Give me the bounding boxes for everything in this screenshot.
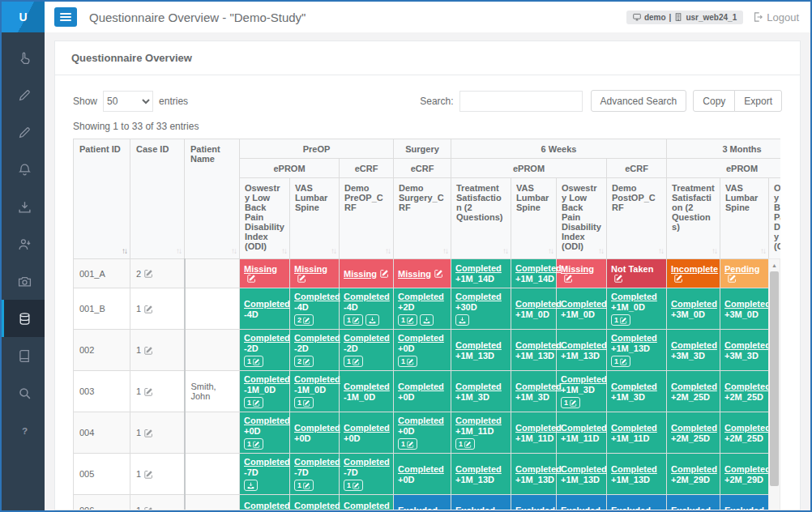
status-link[interactable]: Completed [724,299,771,309]
status-link[interactable]: Completed [455,464,502,474]
edit-badge[interactable]: 1 [244,438,263,450]
status-link[interactable]: Completed [244,501,290,510]
edit-icon[interactable] [144,269,153,278]
status-link[interactable]: Completed [294,292,340,301]
sidebar-item-user-export[interactable] [2,225,45,262]
edit-badge[interactable]: 2 [294,356,314,367]
edit-icon[interactable] [144,346,153,355]
status-link[interactable]: Completed [561,340,607,350]
export-button[interactable]: Export [734,90,782,112]
edit-badge[interactable]: 1 [244,397,263,408]
status-link[interactable]: Completed [515,423,562,433]
status-link[interactable]: Completed [561,299,607,309]
edit-icon[interactable] [144,470,153,479]
questionnaire-column-header[interactable]: Oswestry Low Back Pain Disability Index … [769,178,780,259]
questionnaire-column-header[interactable]: Demo PreOP_CRF↑↓ [340,178,394,259]
status-link[interactable]: Completed [398,382,444,391]
status-link[interactable]: Completed [671,340,717,350]
status-link[interactable]: Completed [344,423,390,433]
status-link[interactable]: Completed [561,423,607,433]
status-link[interactable]: Completed [294,501,340,510]
questionnaire-column-header[interactable]: Oswestry Low Back Pain Disability Index … [240,178,290,259]
edit-badge[interactable]: 1 [244,356,263,367]
edit-badge[interactable]: 1 [611,356,630,367]
status-link[interactable]: Completed [455,292,502,301]
status-link[interactable]: Completed [398,464,444,474]
status-link[interactable]: Completed [724,464,771,474]
questionnaire-column-header[interactable]: VAS Lumbar Spine↑↓ [511,178,557,259]
status-link[interactable]: Missing [244,264,277,274]
status-link[interactable]: Completed [611,333,657,343]
status-link[interactable]: Missing [344,269,377,279]
status-link[interactable]: Missing [561,264,594,274]
sidebar-item-database[interactable] [2,300,45,337]
import-badge[interactable] [244,480,258,491]
sidebar-item-search[interactable] [2,374,45,412]
status-link[interactable]: Completed [398,416,444,425]
column-header-case-id[interactable]: Case ID↑↓ [130,139,185,259]
edit-icon[interactable] [434,269,443,278]
edit-badge[interactable]: 1 [294,397,314,408]
status-link[interactable]: Completed [724,423,771,433]
sidebar-item-help[interactable]: ? [2,412,45,449]
status-link[interactable]: Missing [398,269,431,279]
status-link[interactable]: Completed [671,299,717,309]
sidebar-item-download[interactable] [2,188,45,225]
sidebar-item-camera[interactable] [2,262,45,300]
questionnaire-column-header[interactable]: Demo PostOP_CRF↑↓ [607,178,667,259]
edit-icon[interactable] [144,429,153,437]
status-link[interactable]: Completed [344,501,390,510]
sidebar-item-book[interactable] [2,337,45,374]
questionnaire-column-header[interactable]: Treatment Satisfaction (2 Questions)↑↓ [451,178,511,259]
edit-badge[interactable]: 2 [294,314,314,326]
status-link[interactable]: Completed [244,457,290,467]
edit-icon[interactable] [614,274,623,283]
column-header-patient-name[interactable]: Patient Name↑↓ [185,139,240,259]
status-link[interactable]: Completed [455,263,502,273]
edit-icon[interactable] [380,269,389,278]
edit-badge[interactable]: 1 [344,480,363,491]
status-link[interactable]: Completed [398,333,444,343]
questionnaire-column-header[interactable]: VAS Lumbar Spine↑↓ [290,178,340,259]
sidebar-item-bell[interactable] [2,151,45,188]
sidebar-item-pencil[interactable] [2,76,45,113]
edit-badge[interactable]: 1 [344,356,363,367]
status-link[interactable]: Completed [671,382,717,391]
status-link[interactable]: Completed [515,464,562,474]
status-link[interactable]: Incomplete [671,264,718,274]
edit-icon[interactable] [728,274,737,283]
status-link[interactable]: Completed [344,333,390,343]
status-link[interactable]: Completed [724,382,771,391]
questionnaire-column-header[interactable]: Oswestry Low Back Pain Disability Index … [557,178,607,259]
questionnaire-column-header[interactable]: Treatment Satisfaction (2 Questions)↑↓ [667,178,720,259]
edit-icon[interactable] [674,274,683,283]
status-link[interactable]: Completed [344,382,390,391]
status-link[interactable]: Completed [611,382,657,391]
edit-badge[interactable]: 1 [561,397,580,408]
import-badge[interactable] [420,314,434,326]
scrollbar-thumb[interactable] [770,271,779,486]
status-link[interactable]: Completed [671,464,717,474]
status-link[interactable]: Missing [294,264,327,274]
copy-button[interactable]: Copy [693,90,735,112]
status-link[interactable]: Completed [294,374,340,384]
questionnaire-column-header[interactable]: Demo Surgery_CRF↑↓ [394,178,451,259]
status-link[interactable]: Completed [344,292,390,301]
status-link[interactable]: Completed [294,423,340,433]
status-link[interactable]: Completed [515,340,562,350]
edit-badge[interactable]: 1 [398,314,417,326]
status-link[interactable]: Completed [561,464,607,474]
status-link[interactable]: Completed [244,374,290,384]
status-link[interactable]: Completed [455,416,502,425]
import-badge[interactable] [455,314,469,326]
edit-icon[interactable] [297,274,306,283]
status-link[interactable]: Completed [455,382,502,391]
import-badge[interactable] [365,314,379,326]
edit-badge[interactable]: 1 [455,438,475,450]
edit-badge[interactable]: 1 [611,314,630,326]
sidebar-item-pencil[interactable] [2,113,45,151]
edit-badge[interactable]: 1 [294,480,314,491]
edit-badge[interactable]: 1 [398,356,417,367]
status-link[interactable]: Completed [244,299,290,309]
status-link[interactable]: Completed [294,457,340,467]
